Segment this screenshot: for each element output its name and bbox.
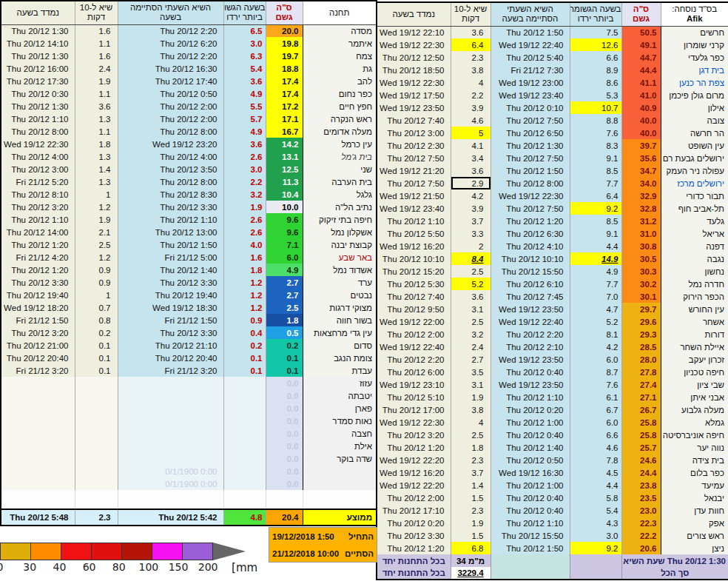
cell-station-name[interactable]: בית דגן [661, 64, 728, 76]
cell-rainiest-hour-amount[interactable]: 12.6 [570, 38, 621, 51]
cell-10min-peak[interactable]: 2.3 [451, 504, 491, 517]
cell-station-name[interactable]: שדה בוקר [303, 452, 377, 465]
cell-station-name[interactable]: חצבה [303, 427, 377, 440]
cell-hourly-peak-end[interactable]: Thu 20/12 2:20 [118, 50, 223, 62]
cell-total-rain[interactable]: 35.6 [621, 152, 661, 164]
cell-measured-at[interactable]: Thu 20/12 16:00 [1, 62, 75, 75]
cell-measured-at[interactable]: Thu 20/12 1:20 [377, 542, 451, 554]
cell-10min-peak[interactable]: 3.8 [451, 64, 491, 76]
cell-10min-peak[interactable]: 1.9 [75, 75, 118, 87]
cell-station-name[interactable]: חיפה טכניון [661, 366, 728, 378]
cell-total-rain[interactable]: 27.8 [621, 366, 661, 378]
cell-rainiest-hour-amount[interactable]: 1.2 [223, 276, 266, 289]
cell-10min-peak[interactable]: 3.6 [451, 290, 491, 303]
cell-10min-peak[interactable]: 3.1 [451, 378, 491, 391]
cell-10min-peak[interactable]: 2.5 [75, 238, 118, 251]
cell-station-name[interactable]: נתיב הל"ה [303, 201, 377, 213]
cell-rainiest-hour-amount[interactable]: 5.7 [223, 113, 266, 125]
cell-rainiest-hour-amount[interactable]: 2.6 [223, 213, 266, 226]
cell-measured-at[interactable]: Thu 20/12 3:30 [1, 276, 75, 289]
cell-10min-peak[interactable]: 1.4 [451, 479, 491, 491]
cell-10min-peak[interactable] [75, 427, 118, 440]
empty-cell[interactable] [570, 554, 621, 567]
cell-measured-at[interactable]: Thu 20/12 3:30 [377, 529, 451, 542]
cell-total-rain[interactable]: 18.8 [266, 62, 303, 75]
average-rainiest[interactable]: 4.8 [223, 509, 266, 526]
cell-10min-peak[interactable]: 6.8 [451, 542, 491, 554]
cell-10min-peak[interactable]: 0.2 [75, 326, 118, 339]
cell-hourly-peak-end[interactable]: Thu 20/12 6:50 [491, 127, 570, 139]
cell-hourly-peak-end[interactable]: Thu 20/12 2:20 [491, 328, 570, 340]
cell-total-rain[interactable]: 50.5 [621, 26, 661, 38]
cell-measured-at[interactable]: Fri 21/12 4:20 [1, 251, 75, 264]
cell-rainiest-hour-amount[interactable]: 7.7 [570, 177, 621, 189]
cell-rainiest-hour-amount[interactable]: 6.0 [570, 353, 621, 366]
cell-measured-at[interactable]: Thu 20/12 18:50 [377, 64, 451, 76]
cell-10min-peak[interactable]: 2.5 [451, 429, 491, 441]
cell-measured-at[interactable]: Thu 20/12 8:00 [1, 125, 75, 138]
cell-rainiest-hour-amount[interactable]: 8.6 [570, 76, 621, 89]
cell-10min-peak[interactable]: 1.4 [75, 163, 118, 175]
cell-total-rain[interactable]: 29.3 [621, 328, 661, 340]
cell-hourly-peak-end[interactable]: Thu 20/12 7:50 [491, 114, 570, 127]
cell-hourly-peak-end[interactable]: Thu 20/12 2:20 [118, 24, 223, 37]
average-total[interactable]: 20.4 [266, 509, 303, 526]
cell-station-name[interactable]: מרום גולן פיכמן [661, 89, 728, 101]
cell-rainiest-hour-amount[interactable]: 9.2 [570, 202, 621, 215]
cell-rainiest-hour-amount[interactable]: 9.2 [570, 542, 621, 554]
cell-hourly-peak-end[interactable]: Thu 20/12 6:10 [491, 278, 570, 290]
cell-rainiest-hour-amount[interactable]: 8.7 [570, 366, 621, 378]
cell-10min-peak[interactable]: 3.5 [451, 366, 491, 378]
cell-measured-at[interactable]: Wed 19/12 22:30 [1, 138, 75, 150]
cell-10min-peak[interactable]: 1.2 [75, 201, 118, 213]
cell-measured-at[interactable]: Wed 19/12 22:10 [377, 26, 451, 38]
cell-10min-peak[interactable]: 3.2 [451, 328, 491, 340]
cell-station-name[interactable]: מצוקי דרגות [303, 301, 377, 314]
cell-measured-at[interactable] [1, 477, 75, 490]
cell-hourly-peak-end[interactable]: Thu 20/12 15:50 [491, 265, 570, 278]
cell-10min-peak[interactable] [75, 377, 118, 389]
cell-rainiest-hour-amount[interactable]: 4.6 [570, 441, 621, 454]
cell-hourly-peak-end[interactable]: Thu 20/12 8:30 [118, 188, 223, 201]
average-peak-end[interactable]: Thu 20/12 5:42 [118, 509, 223, 526]
cell-station-name[interactable]: ראש צורים [661, 529, 728, 542]
cell-total-rain[interactable]: 34.7 [621, 164, 661, 177]
cell-measured-at[interactable]: Wed 19/12 23:50 [377, 101, 451, 114]
cell-rainiest-hour-amount[interactable] [223, 377, 266, 389]
cell-total-rain[interactable]: 22.2 [621, 529, 661, 542]
cell-rainiest-hour-amount[interactable]: 7.7 [570, 278, 621, 290]
cell-total-rain[interactable]: 17.4 [266, 75, 303, 87]
cell-station-name[interactable]: צמח [303, 50, 377, 62]
cell-10min-peak[interactable]: 3.9 [451, 202, 491, 215]
cell-rainiest-hour-amount[interactable]: 0.1 [223, 352, 266, 364]
all-stations-label[interactable]: בכל התחנות יחד [377, 567, 451, 580]
cell-10min-peak[interactable]: 2.7 [451, 353, 491, 366]
cell-rainiest-hour-amount[interactable]: 1.9 [223, 201, 266, 213]
cell-station-name[interactable]: כפר בלום [661, 466, 728, 479]
cell-hourly-peak-end[interactable]: Thu 20/12 1:50 [491, 164, 570, 177]
cell-10min-peak[interactable]: 3.9 [451, 101, 491, 114]
cell-total-rain[interactable]: 25.8 [621, 429, 661, 441]
cell-10min-peak[interactable]: 3.4 [451, 152, 491, 164]
cell-station-name[interactable]: עפולה ניר העמק [661, 164, 728, 177]
cell-station-name[interactable]: הכפר הירוק [661, 290, 728, 303]
cell-station-name[interactable]: חפץ חיים [303, 100, 377, 113]
cell-10min-peak[interactable]: 2.3 [451, 51, 491, 64]
cell-total-rain[interactable]: 40.9 [621, 101, 661, 114]
cell-rainiest-hour-amount[interactable]: 6.7 [570, 403, 621, 416]
cell-rainiest-hour-amount[interactable]: 6.0 [570, 416, 621, 429]
cell-rainiest-hour-amount[interactable]: 4.7 [570, 303, 621, 315]
cell-measured-at[interactable] [1, 440, 75, 452]
cell-station-name[interactable]: בשור חווה [303, 314, 377, 326]
cell-station-name[interactable] [303, 465, 377, 477]
cell-total-rain[interactable]: 39.7 [621, 139, 661, 152]
cell-total-rain[interactable]: 7.1 [266, 238, 303, 251]
cell-rainiest-hour-amount[interactable]: 7.6 [570, 127, 621, 139]
cell-measured-at[interactable]: Thu 20/12 14:00 [1, 226, 75, 238]
cell-rainiest-hour-amount[interactable]: 3.2 [223, 188, 266, 201]
cell-measured-at[interactable]: Thu 20/12 3:20 [1, 326, 75, 339]
cell-total-rain[interactable]: 0.0 [266, 477, 303, 490]
cell-measured-at[interactable] [1, 389, 75, 402]
cell-total-rain[interactable]: 0.0 [266, 377, 303, 389]
cell-measured-at[interactable]: Thu 20/12 7:50 [377, 152, 451, 164]
